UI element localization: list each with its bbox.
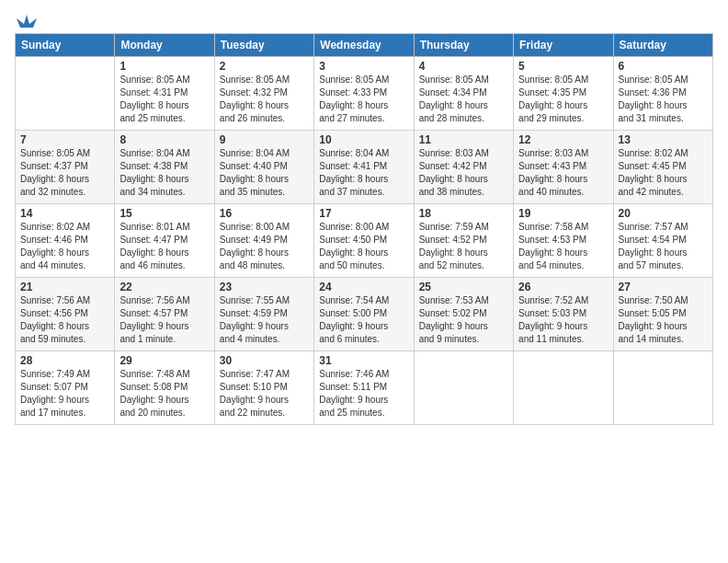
day-info: Sunrise: 8:00 AM Sunset: 4:49 PM Dayligh… [220, 221, 309, 272]
day-number: 6 [619, 60, 708, 73]
calendar-table: SundayMondayTuesdayWednesdayThursdayFrid… [15, 33, 713, 425]
day-info: Sunrise: 8:04 AM Sunset: 4:40 PM Dayligh… [220, 147, 309, 199]
day-info: Sunrise: 8:02 AM Sunset: 4:45 PM Dayligh… [619, 147, 708, 199]
day-number: 26 [518, 281, 608, 293]
day-number: 19 [518, 207, 608, 220]
day-info: Sunrise: 8:05 AM Sunset: 4:31 PM Dayligh… [119, 74, 209, 125]
calendar-week-2: 7Sunrise: 8:05 AM Sunset: 4:37 PM Daylig… [16, 131, 713, 204]
calendar-cell: 13Sunrise: 8:02 AM Sunset: 4:45 PM Dayli… [613, 131, 712, 204]
calendar-header-monday: Monday [115, 34, 214, 57]
day-number: 5 [518, 60, 608, 73]
day-number: 10 [319, 133, 408, 146]
calendar-cell: 29Sunrise: 7:48 AM Sunset: 5:08 PM Dayli… [115, 351, 214, 425]
calendar-cell: 27Sunrise: 7:50 AM Sunset: 5:05 PM Dayli… [613, 278, 712, 351]
calendar-cell: 4Sunrise: 8:05 AM Sunset: 4:34 PM Daylig… [414, 57, 513, 131]
day-number: 1 [119, 60, 209, 73]
day-number: 13 [619, 133, 708, 146]
page-container: SundayMondayTuesdayWednesdayThursdayFrid… [0, 0, 728, 432]
day-number: 20 [619, 207, 708, 220]
calendar-cell: 7Sunrise: 8:05 AM Sunset: 4:37 PM Daylig… [16, 131, 115, 204]
calendar-header-saturday: Saturday [613, 34, 712, 57]
day-info: Sunrise: 8:05 AM Sunset: 4:36 PM Dayligh… [619, 74, 708, 125]
day-info: Sunrise: 7:58 AM Sunset: 4:53 PM Dayligh… [518, 221, 608, 272]
calendar-header-tuesday: Tuesday [214, 34, 313, 57]
day-info: Sunrise: 8:03 AM Sunset: 4:43 PM Dayligh… [518, 147, 608, 199]
logo [15, 11, 37, 28]
day-info: Sunrise: 8:05 AM Sunset: 4:32 PM Dayligh… [220, 74, 309, 125]
day-number: 18 [419, 207, 508, 220]
calendar-cell: 11Sunrise: 8:03 AM Sunset: 4:42 PM Dayli… [414, 131, 513, 204]
day-info: Sunrise: 7:50 AM Sunset: 5:05 PM Dayligh… [619, 294, 708, 346]
day-info: Sunrise: 7:57 AM Sunset: 4:54 PM Dayligh… [619, 221, 708, 272]
day-info: Sunrise: 7:46 AM Sunset: 5:11 PM Dayligh… [319, 368, 408, 419]
day-number: 21 [20, 281, 109, 293]
calendar-cell: 25Sunrise: 7:53 AM Sunset: 5:02 PM Dayli… [414, 278, 513, 351]
day-info: Sunrise: 8:04 AM Sunset: 4:41 PM Dayligh… [319, 147, 408, 199]
calendar-header-friday: Friday [514, 34, 613, 57]
calendar-week-5: 28Sunrise: 7:49 AM Sunset: 5:07 PM Dayli… [16, 351, 713, 425]
day-info: Sunrise: 7:59 AM Sunset: 4:52 PM Dayligh… [419, 221, 508, 272]
calendar-week-4: 21Sunrise: 7:56 AM Sunset: 4:56 PM Dayli… [16, 278, 713, 351]
day-info: Sunrise: 7:48 AM Sunset: 5:08 PM Dayligh… [119, 368, 209, 419]
calendar-header-sunday: Sunday [16, 34, 115, 57]
calendar-header-wednesday: Wednesday [314, 34, 414, 57]
day-info: Sunrise: 8:05 AM Sunset: 4:34 PM Dayligh… [419, 74, 508, 125]
day-info: Sunrise: 7:53 AM Sunset: 5:02 PM Dayligh… [419, 294, 508, 346]
calendar-cell: 16Sunrise: 8:00 AM Sunset: 4:49 PM Dayli… [214, 204, 313, 278]
calendar-cell [414, 351, 513, 425]
day-number: 22 [119, 281, 209, 293]
calendar-cell: 28Sunrise: 7:49 AM Sunset: 5:07 PM Dayli… [16, 351, 115, 425]
calendar-cell: 19Sunrise: 7:58 AM Sunset: 4:53 PM Dayli… [514, 204, 613, 278]
calendar-cell: 17Sunrise: 8:00 AM Sunset: 4:50 PM Dayli… [314, 204, 414, 278]
day-number: 11 [419, 133, 508, 146]
day-info: Sunrise: 8:04 AM Sunset: 4:38 PM Dayligh… [119, 147, 209, 199]
day-info: Sunrise: 7:47 AM Sunset: 5:10 PM Dayligh… [220, 368, 309, 419]
calendar-week-3: 14Sunrise: 8:02 AM Sunset: 4:46 PM Dayli… [16, 204, 713, 278]
day-number: 9 [220, 133, 309, 146]
calendar-header-thursday: Thursday [414, 34, 513, 57]
day-info: Sunrise: 7:49 AM Sunset: 5:07 PM Dayligh… [20, 368, 109, 419]
header [15, 11, 713, 28]
day-number: 29 [119, 354, 209, 367]
calendar-header-row: SundayMondayTuesdayWednesdayThursdayFrid… [16, 34, 713, 57]
calendar-cell [613, 351, 712, 425]
calendar-cell: 24Sunrise: 7:54 AM Sunset: 5:00 PM Dayli… [314, 278, 414, 351]
calendar-cell: 22Sunrise: 7:56 AM Sunset: 4:57 PM Dayli… [115, 278, 214, 351]
day-number: 12 [518, 133, 608, 146]
day-number: 23 [220, 281, 309, 293]
calendar-cell: 3Sunrise: 8:05 AM Sunset: 4:33 PM Daylig… [314, 57, 414, 131]
day-number: 2 [220, 60, 309, 73]
calendar-cell: 12Sunrise: 8:03 AM Sunset: 4:43 PM Dayli… [514, 131, 613, 204]
day-info: Sunrise: 7:56 AM Sunset: 4:56 PM Dayligh… [20, 294, 109, 346]
day-number: 31 [319, 354, 408, 367]
day-info: Sunrise: 7:52 AM Sunset: 5:03 PM Dayligh… [518, 294, 608, 346]
day-number: 8 [119, 133, 209, 146]
day-info: Sunrise: 8:02 AM Sunset: 4:46 PM Dayligh… [20, 221, 109, 272]
calendar-cell: 8Sunrise: 8:04 AM Sunset: 4:38 PM Daylig… [115, 131, 214, 204]
calendar-cell: 9Sunrise: 8:04 AM Sunset: 4:40 PM Daylig… [214, 131, 313, 204]
day-number: 28 [20, 354, 109, 367]
day-number: 3 [319, 60, 408, 73]
day-info: Sunrise: 7:54 AM Sunset: 5:00 PM Dayligh… [319, 294, 408, 346]
day-number: 27 [619, 281, 708, 293]
day-info: Sunrise: 8:01 AM Sunset: 4:47 PM Dayligh… [119, 221, 209, 272]
calendar-cell: 5Sunrise: 8:05 AM Sunset: 4:35 PM Daylig… [514, 57, 613, 131]
calendar-cell: 30Sunrise: 7:47 AM Sunset: 5:10 PM Dayli… [214, 351, 313, 425]
day-info: Sunrise: 8:03 AM Sunset: 4:42 PM Dayligh… [419, 147, 508, 199]
calendar-week-1: 1Sunrise: 8:05 AM Sunset: 4:31 PM Daylig… [16, 57, 713, 131]
logo-icon [17, 11, 37, 31]
day-number: 25 [419, 281, 508, 293]
calendar-cell: 10Sunrise: 8:04 AM Sunset: 4:41 PM Dayli… [314, 131, 414, 204]
calendar-cell: 31Sunrise: 7:46 AM Sunset: 5:11 PM Dayli… [314, 351, 414, 425]
calendar-cell: 20Sunrise: 7:57 AM Sunset: 4:54 PM Dayli… [613, 204, 712, 278]
calendar-cell: 23Sunrise: 7:55 AM Sunset: 4:59 PM Dayli… [214, 278, 313, 351]
day-info: Sunrise: 8:05 AM Sunset: 4:37 PM Dayligh… [20, 147, 109, 199]
calendar-cell: 1Sunrise: 8:05 AM Sunset: 4:31 PM Daylig… [115, 57, 214, 131]
day-info: Sunrise: 8:05 AM Sunset: 4:35 PM Dayligh… [518, 74, 608, 125]
day-number: 17 [319, 207, 408, 220]
calendar-cell: 14Sunrise: 8:02 AM Sunset: 4:46 PM Dayli… [16, 204, 115, 278]
day-info: Sunrise: 8:00 AM Sunset: 4:50 PM Dayligh… [319, 221, 408, 272]
day-info: Sunrise: 7:56 AM Sunset: 4:57 PM Dayligh… [119, 294, 209, 346]
calendar-cell: 26Sunrise: 7:52 AM Sunset: 5:03 PM Dayli… [514, 278, 613, 351]
day-number: 14 [20, 207, 109, 220]
